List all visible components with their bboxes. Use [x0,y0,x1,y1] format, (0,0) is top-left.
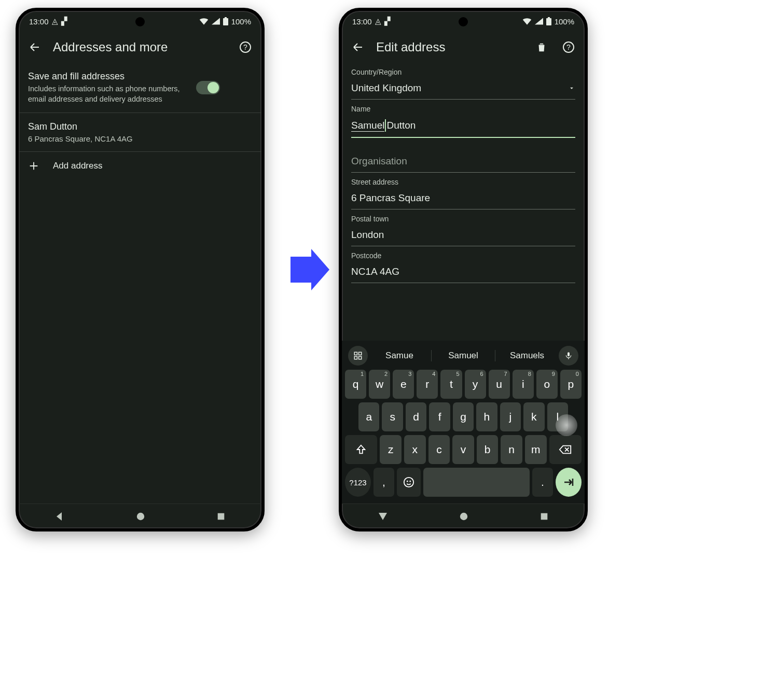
suggestion-1[interactable]: Samue [370,351,429,361]
enter-key[interactable] [556,468,582,497]
suggestion-3[interactable]: Samuels [497,351,557,361]
key-k[interactable]: k [523,402,544,431]
key-s[interactable]: s [382,402,403,431]
key-r[interactable]: r4 [417,370,438,399]
key-u[interactable]: u7 [489,370,510,399]
key-m[interactable]: m [525,435,547,464]
svg-rect-1 [225,17,227,18]
transition-arrow-icon [280,244,332,296]
app-bar: Edit address ? [342,32,585,63]
key-n[interactable]: n [501,435,522,464]
key-i[interactable]: i8 [513,370,534,399]
comma-key[interactable]: , [373,468,394,497]
name-value-rest: Dutton [386,120,416,131]
nav-back[interactable] [54,511,65,522]
key-f[interactable]: f [429,402,450,431]
period-key[interactable]: . [532,468,553,497]
keyboard-row-2: asdfghjkl [345,402,582,431]
camera-notch [135,17,145,26]
organisation-placeholder: Organisation [351,156,407,167]
town-field[interactable]: London [351,225,575,246]
svg-marker-6 [290,249,329,290]
key-o[interactable]: o9 [536,370,558,399]
key-x[interactable]: x [404,435,426,464]
space-key[interactable] [423,468,530,497]
battery-icon [223,17,228,25]
status-time: 13:00 [29,17,49,26]
backspace-key[interactable] [549,435,582,464]
emoji-key[interactable] [397,468,421,497]
page-title: Edit address [376,40,523,54]
key-q[interactable]: q1 [345,370,366,399]
name-value-first: Samuel [351,120,384,132]
svg-text:?: ? [243,43,247,51]
key-j[interactable]: j [500,402,521,431]
add-address-button[interactable]: Add address [19,152,261,180]
save-fill-title: Save and fill addresses [28,71,189,82]
postcode-field[interactable]: NC1A 4AG [351,262,575,283]
nav-recent[interactable] [539,512,549,521]
key-z[interactable]: z [380,435,402,464]
svg-rect-20 [541,513,548,520]
key-y[interactable]: y6 [465,370,486,399]
key-b[interactable]: b [477,435,499,464]
app-bar: Addresses and more ? [19,32,261,63]
key-g[interactable]: g [453,402,474,431]
nav-home[interactable] [136,512,145,521]
signal-icon [535,18,543,25]
country-select[interactable]: United Kingdom [351,78,575,100]
back-button[interactable] [26,38,44,56]
town-value: London [351,229,384,241]
chevron-down-icon [568,85,575,92]
key-t[interactable]: t5 [440,370,462,399]
nav-recent[interactable] [216,512,226,521]
svg-rect-0 [223,18,228,25]
save-fill-toggle[interactable] [196,81,220,94]
key-h[interactable]: h [476,402,497,431]
street-field[interactable]: 6 Pancras Square [351,188,575,209]
organisation-field[interactable]: Organisation [351,151,575,173]
svg-text:?: ? [566,43,571,51]
key-a[interactable]: a [358,402,379,431]
keyboard-row-3: zxcvbnm [345,435,582,464]
key-p[interactable]: p0 [560,370,582,399]
symbols-key[interactable]: ?123 [345,468,371,497]
key-d[interactable]: d [406,402,426,431]
battery-pct: 100% [555,17,574,26]
svg-rect-14 [359,357,362,359]
nav-home[interactable] [459,512,468,521]
country-label: Country/Region [342,68,585,76]
broadcast-icon: ◬ [52,17,58,26]
svg-rect-7 [546,18,551,25]
name-label: Name [342,105,585,113]
voice-input-button[interactable] [559,346,578,366]
keyboard-menu-button[interactable] [348,346,368,366]
status-time: 13:00 [352,17,372,26]
camera-notch [459,17,468,26]
key-w[interactable]: w2 [369,370,390,399]
suggestion-2[interactable]: Samuel [434,351,493,361]
system-nav [19,503,261,528]
back-button[interactable] [349,38,367,56]
svg-rect-8 [548,17,550,18]
delete-button[interactable] [533,38,550,56]
address-item[interactable]: Sam Dutton 6 Pancras Square, NC1A 4AG [19,113,261,152]
svg-point-17 [407,481,408,482]
shift-key[interactable] [345,435,377,464]
help-button[interactable]: ? [237,38,254,56]
svg-point-18 [409,481,411,482]
key-e[interactable]: e3 [393,370,414,399]
country-value: United Kingdom [351,82,421,94]
keyboard-row-1: q1w2e3r4t5y6u7i8o9p0 [345,370,582,399]
name-field[interactable]: Samuel Dutton [351,115,575,138]
broadcast-icon: ◬ [375,17,381,26]
phone-addresses-list: 13:00 ◬ ▞ 100% Addresses and more ? [16,8,265,531]
save-fill-toggle-row[interactable]: Save and fill addresses Includes informa… [19,63,261,113]
svg-rect-11 [354,352,357,355]
nav-back[interactable] [378,511,388,522]
key-c[interactable]: c [428,435,450,464]
town-label: Postal town [342,215,585,223]
help-button[interactable]: ? [560,38,577,56]
key-v[interactable]: v [452,435,474,464]
save-fill-desc: Includes information such as phone numbe… [28,84,189,104]
